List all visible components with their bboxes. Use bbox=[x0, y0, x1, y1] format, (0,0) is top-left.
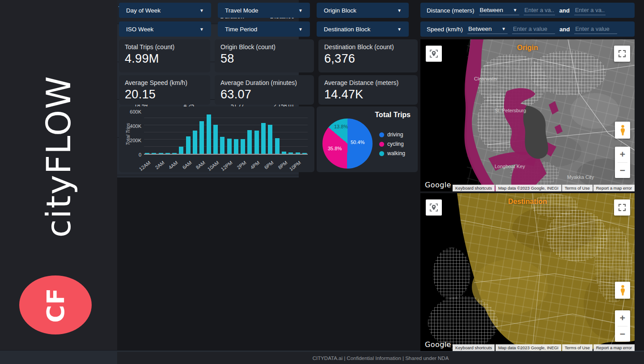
bar[interactable] bbox=[288, 152, 293, 154]
legend-swatch bbox=[379, 142, 384, 147]
and-label: and bbox=[559, 7, 570, 14]
zoom-out-button[interactable]: − bbox=[615, 326, 630, 342]
legend-swatch bbox=[379, 132, 384, 137]
bar[interactable] bbox=[193, 131, 197, 154]
filter-iso-week[interactable]: ISO Week ▼ bbox=[119, 21, 211, 37]
bar[interactable] bbox=[145, 153, 149, 154]
bar[interactable] bbox=[268, 125, 272, 154]
attribution-item[interactable]: Map data ©2023 Google, INEGI bbox=[496, 185, 561, 191]
kpi-value: 4.99M bbox=[125, 52, 204, 66]
map-region-select-button[interactable] bbox=[426, 199, 442, 216]
dashboard-root: cityFLOW CF Day of Week ▼ Travel Mode ▼ … bbox=[0, 0, 644, 364]
kpi-card: Average Speed (km/h) 20.15 bbox=[119, 75, 210, 105]
operator-select[interactable]: Between ▼ bbox=[467, 25, 508, 34]
legend-swatch bbox=[379, 151, 384, 156]
bar[interactable] bbox=[220, 137, 225, 154]
pie-legend: driving cycling walking bbox=[379, 131, 405, 160]
attribution-item[interactable]: Terms of Use bbox=[562, 344, 593, 351]
bar[interactable] bbox=[241, 139, 245, 154]
filter-speed: Speed (km/h) Between ▼ and bbox=[420, 21, 635, 37]
speed-max-input[interactable] bbox=[574, 25, 617, 34]
origin-map[interactable]: ClearwaterSt. PetersburgLongboat KeyMyak… bbox=[420, 39, 635, 191]
bar[interactable] bbox=[179, 147, 183, 154]
bar[interactable] bbox=[302, 153, 307, 154]
zoom-out-button[interactable]: − bbox=[615, 163, 630, 178]
distance-min-input[interactable] bbox=[524, 6, 555, 15]
map-city-label: St. Petersburg bbox=[495, 108, 526, 113]
footer-text: CITYDATA.ai | Confidential Information |… bbox=[313, 356, 449, 361]
chevron-down-icon: ▼ bbox=[199, 8, 204, 13]
operator-value: Between bbox=[468, 25, 492, 32]
speed-min-input[interactable] bbox=[512, 25, 555, 34]
filter-origin-block[interactable]: Origin Block ▼ bbox=[317, 3, 409, 18]
filter-time-period[interactable]: Time Period ▼ bbox=[218, 21, 310, 37]
brand-sidebar: cityFLOW CF bbox=[0, 0, 117, 364]
attribution-item[interactable]: Report a map error bbox=[593, 344, 635, 351]
filter-travel-mode[interactable]: Travel Mode ▼ bbox=[218, 3, 310, 18]
fullscreen-button[interactable] bbox=[614, 46, 630, 62]
distance-max-input[interactable] bbox=[574, 6, 606, 15]
bar[interactable] bbox=[261, 123, 266, 154]
street-view-pegman-button[interactable] bbox=[615, 122, 630, 139]
kpi-card: Average Distance (meters) 14.47K bbox=[318, 75, 418, 105]
attribution-item[interactable]: Report a map error bbox=[593, 185, 635, 191]
chevron-down-icon: ▼ bbox=[513, 8, 517, 13]
fullscreen-button[interactable] bbox=[614, 199, 630, 216]
bar[interactable] bbox=[227, 139, 232, 154]
bar[interactable] bbox=[207, 114, 211, 154]
bar[interactable] bbox=[199, 121, 204, 154]
brand-wordmark: cityFLOW bbox=[39, 76, 78, 238]
kpi-grid: Total Trips (count) 4.99M Origin Block (… bbox=[119, 39, 418, 105]
street-view-pegman-button[interactable] bbox=[615, 282, 630, 299]
kpi-card: Average Duration (minutes) 63.07 bbox=[215, 75, 314, 105]
legend-item[interactable]: walking bbox=[379, 150, 405, 157]
bar[interactable] bbox=[254, 131, 259, 154]
destination-map[interactable]: Destination + − Google Keyboard shortcut… bbox=[420, 193, 635, 351]
bar[interactable] bbox=[152, 153, 156, 154]
bar[interactable] bbox=[159, 153, 163, 154]
legend-item[interactable]: cycling bbox=[379, 141, 405, 147]
attribution-item[interactable]: Keyboard shortcuts bbox=[453, 185, 495, 191]
attribution-item[interactable]: Terms of Use bbox=[562, 185, 593, 191]
legend-item[interactable]: driving bbox=[379, 131, 405, 138]
fullscreen-icon bbox=[618, 50, 626, 58]
attribution-item[interactable]: Map data ©2023 Google, INEGI bbox=[496, 344, 561, 351]
geofence-pin-icon bbox=[428, 202, 439, 213]
filter-destination-block[interactable]: Destination Block ▼ bbox=[317, 21, 409, 37]
bar[interactable] bbox=[234, 139, 238, 154]
map-region-select-button[interactable] bbox=[426, 46, 442, 62]
filter-label: ISO Week bbox=[126, 26, 153, 33]
brand-monogram: CF bbox=[42, 288, 70, 323]
zoom-in-button[interactable]: + bbox=[615, 147, 630, 162]
filter-label: Time Period bbox=[225, 26, 257, 33]
bar[interactable] bbox=[172, 153, 177, 154]
bar[interactable] bbox=[275, 138, 280, 154]
bar[interactable] bbox=[165, 153, 170, 154]
kpi-label: Destination Block (count) bbox=[324, 43, 412, 51]
bar[interactable] bbox=[213, 125, 218, 154]
filter-distance: Distance (meters) Between ▼ and bbox=[420, 3, 635, 18]
google-logo[interactable]: Google bbox=[425, 340, 451, 349]
zoom-in-button[interactable]: + bbox=[615, 310, 630, 326]
operator-select[interactable]: Between ▼ bbox=[479, 6, 519, 15]
bar[interactable] bbox=[296, 152, 300, 154]
kpi-card: Total Trips (count) 4.99M bbox=[119, 39, 210, 72]
google-logo[interactable]: Google bbox=[425, 181, 451, 189]
origin-map-canvas[interactable]: ClearwaterSt. PetersburgLongboat KeyMyak… bbox=[420, 39, 635, 191]
filter-label: Day of Week bbox=[126, 7, 161, 14]
destination-map-canvas[interactable] bbox=[420, 193, 635, 351]
filter-day-of-week[interactable]: Day of Week ▼ bbox=[119, 3, 211, 18]
map2-attribution: Keyboard shortcutsMap data ©2023 Google,… bbox=[453, 344, 635, 351]
bar[interactable] bbox=[186, 136, 191, 154]
map-city-label: Myakka City bbox=[567, 174, 594, 180]
legend-label: cycling bbox=[387, 141, 404, 147]
map-zoom-control: + − bbox=[615, 147, 630, 178]
trips-by-hour-chart: Total Trips 0200K400K600K 12AM2AM4AM6AM8… bbox=[119, 106, 314, 172]
kpi-label: Average Distance (meters) bbox=[324, 79, 412, 86]
and-label: and bbox=[559, 26, 570, 33]
attribution-item[interactable]: Keyboard shortcuts bbox=[453, 344, 495, 351]
travel-mode-pie-chart: Total Trips 50.4%35.8%13.8% driving cycl… bbox=[317, 106, 418, 172]
bar[interactable] bbox=[282, 152, 286, 154]
filter-label: Travel Mode bbox=[225, 7, 258, 14]
bar[interactable] bbox=[247, 130, 252, 154]
